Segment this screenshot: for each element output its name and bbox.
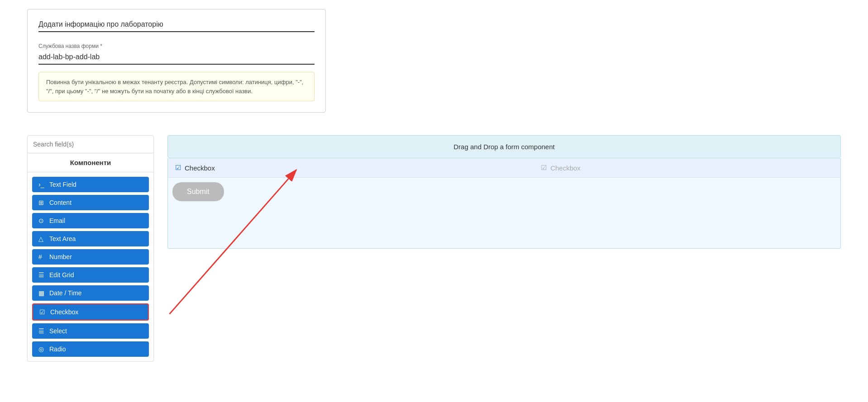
component-btn-select[interactable]: ☰ Select [32,323,149,339]
edit-grid-icon: ☰ [38,271,46,279]
email-icon: ⊙ [38,217,46,224]
submit-label: Submit [187,188,210,195]
hint-text: Повинна бути унікальною в межах тенанту … [46,79,303,95]
submit-button[interactable]: Submit [172,182,224,201]
text-field-label: Text Field [49,181,76,188]
form-card: Службова назва форми * Повинна бути унік… [27,9,326,113]
checkbox-preview-label: Checkbox [550,164,581,172]
content-label: Content [49,199,72,206]
page-container: Службова назва форми * Повинна бути унік… [0,0,868,371]
checkbox-row-icon: ☑ [175,164,181,172]
component-btn-text-area[interactable]: △ Text Area [32,231,149,246]
components-header: Компоненти [28,153,153,172]
date-time-label: Date / Time [49,289,82,297]
checkbox-row-left: ☑ Checkbox [175,164,288,172]
checkbox-icon: ☑ [39,308,47,316]
form-preview-area: ☑ Checkbox ☑ Checkbox Submit [167,158,841,249]
builder-section: Компоненти ›_ Text Field ⊞ Content ⊙ Ema… [0,126,868,371]
radio-icon: ◎ [38,345,46,353]
service-name-input[interactable] [38,51,315,65]
service-name-label: Службова назва форми * [38,43,315,49]
search-field-container [28,136,153,153]
text-area-label: Text Area [49,235,76,242]
component-btn-date-time[interactable]: ▦ Date / Time [32,285,149,301]
component-btn-text-field[interactable]: ›_ Text Field [32,177,149,192]
submit-area: Submit [168,178,840,201]
drag-drop-text: Drag and Drop a form component [453,143,554,151]
email-label: Email [49,217,65,224]
hint-box: Повинна бути унікальною в межах тенанту … [38,72,315,101]
text-field-icon: ›_ [38,181,46,188]
drop-zone-container: Drag and Drop a form component ☑ Checkbo… [167,135,841,362]
checkbox-row: ☑ Checkbox ☑ Checkbox [168,158,840,178]
edit-grid-label: Edit Grid [49,271,74,279]
left-sidebar: Компоненти ›_ Text Field ⊞ Content ⊙ Ema… [27,135,154,362]
component-btn-number[interactable]: # Number [32,249,149,265]
form-title-input[interactable] [38,19,315,32]
select-icon: ☰ [38,327,46,335]
search-input[interactable] [33,141,148,148]
component-btn-content[interactable]: ⊞ Content [32,195,149,210]
date-time-icon: ▦ [38,289,46,297]
number-icon: # [38,253,46,260]
component-btn-email[interactable]: ⊙ Email [32,213,149,228]
component-btn-radio[interactable]: ◎ Radio [32,341,149,357]
text-area-icon: △ [38,235,46,242]
components-list: ›_ Text Field ⊞ Content ⊙ Email △ Text A… [28,172,153,361]
component-btn-checkbox[interactable]: ☑ Checkbox [32,303,149,321]
drag-drop-banner: Drag and Drop a form component [167,135,841,158]
radio-label: Radio [49,345,66,353]
checkbox-label: Checkbox [50,308,78,316]
number-label: Number [49,253,72,260]
select-label: Select [49,327,67,335]
checkbox-preview-icon: ☑ [541,164,547,172]
checkbox-row-preview: ☑ Checkbox [288,164,833,172]
component-btn-edit-grid[interactable]: ☰ Edit Grid [32,267,149,283]
top-form-section: Службова назва форми * Повинна бути унік… [0,0,868,126]
content-icon: ⊞ [38,199,46,206]
checkbox-row-label: Checkbox [185,164,215,172]
